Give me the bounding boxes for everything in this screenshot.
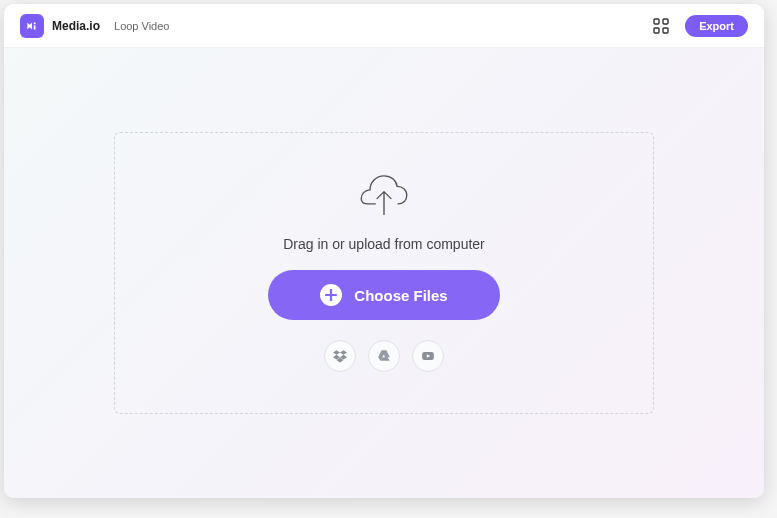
- google-drive-source-button[interactable]: [368, 340, 400, 372]
- upload-dropzone[interactable]: Drag in or upload from computer Choose F…: [114, 132, 654, 414]
- cloud-upload-icon: [356, 174, 412, 218]
- apps-grid-icon[interactable]: [653, 18, 669, 34]
- brand-name: Media.io: [52, 19, 100, 33]
- svg-rect-2: [654, 19, 659, 24]
- app-logo[interactable]: [20, 14, 44, 38]
- export-button[interactable]: Export: [685, 15, 748, 37]
- svg-rect-1: [34, 25, 36, 29]
- dropbox-icon: [333, 349, 347, 363]
- page-title: Loop Video: [114, 20, 169, 32]
- upload-sources: [324, 340, 444, 372]
- svg-rect-3: [663, 19, 668, 24]
- youtube-source-button[interactable]: [412, 340, 444, 372]
- logo-icon: [25, 19, 39, 33]
- svg-rect-5: [663, 28, 668, 33]
- main-content: Drag in or upload from computer Choose F…: [4, 48, 764, 498]
- choose-files-label: Choose Files: [354, 287, 447, 304]
- svg-rect-4: [654, 28, 659, 33]
- svg-rect-0: [34, 22, 36, 24]
- youtube-icon: [421, 349, 435, 363]
- plus-icon: [320, 284, 342, 306]
- app-window: Media.io Loop Video Export Drag in or up…: [4, 4, 764, 498]
- google-drive-icon: [377, 349, 391, 363]
- choose-files-button[interactable]: Choose Files: [268, 270, 499, 320]
- dropbox-source-button[interactable]: [324, 340, 356, 372]
- dropzone-instruction: Drag in or upload from computer: [283, 236, 485, 252]
- header: Media.io Loop Video Export: [4, 4, 764, 48]
